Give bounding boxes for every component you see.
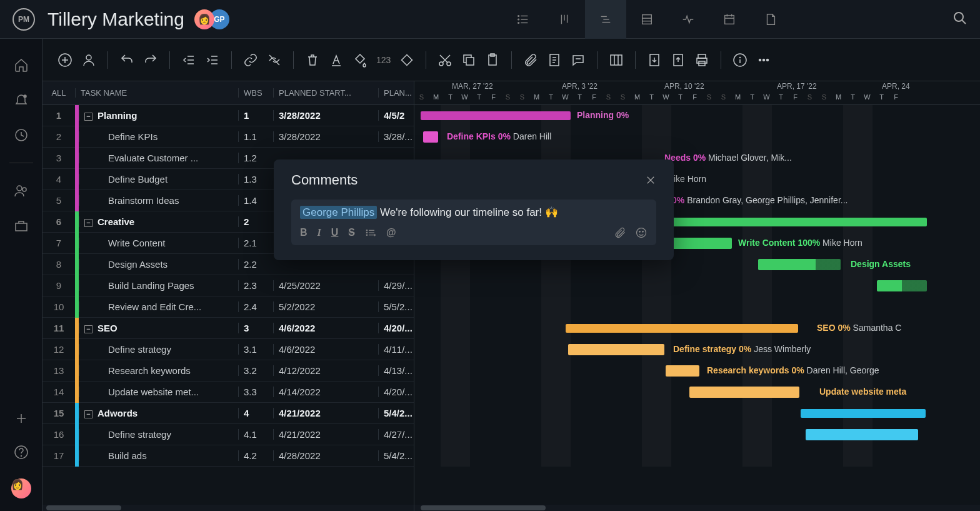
gantt-bar[interactable] (423, 131, 438, 143)
outdent-icon[interactable] (181, 53, 196, 68)
col-header-name[interactable]: TASK NAME (75, 88, 238, 98)
italic-icon[interactable]: I (318, 227, 321, 238)
delete-icon[interactable] (305, 53, 320, 68)
view-calendar-icon[interactable] (709, 0, 750, 39)
toolbar-numbering[interactable]: 123 (376, 55, 391, 65)
task-row[interactable]: 10 Review and Edit Cre... 2.4 5/2/2022 5… (42, 296, 414, 318)
comment-text[interactable]: George Phillips We're following our time… (300, 206, 648, 219)
toolbar-separator (635, 51, 636, 69)
columns-icon[interactable] (609, 53, 624, 68)
avatar-user-1[interactable]: 👩 (194, 9, 214, 29)
paste-icon[interactable] (485, 53, 500, 68)
task-row[interactable]: 15 −Adwords 4 4/21/2022 5/4/2... (42, 403, 414, 424)
mention-chip[interactable]: George Phillips (300, 206, 377, 219)
task-row[interactable]: 14 Update website met... 3.3 4/14/2022 4… (42, 382, 414, 403)
mention-icon[interactable]: @ (386, 227, 396, 238)
import-icon[interactable] (647, 53, 662, 68)
info-icon[interactable] (732, 53, 748, 68)
user-avatar-icon[interactable]: 👩 (11, 478, 31, 498)
svg-point-79 (637, 228, 646, 238)
search-icon[interactable] (952, 11, 968, 28)
undo-icon[interactable] (119, 53, 134, 68)
view-board-icon[interactable] (544, 0, 585, 39)
task-row[interactable]: 2 Define KPIs 1.1 3/28/2022 3/28/... (42, 126, 414, 148)
member-avatars[interactable]: 👩 GP (194, 9, 229, 29)
emoji-icon[interactable] (635, 226, 648, 239)
add-task-icon[interactable] (58, 53, 72, 68)
svg-point-77 (366, 232, 368, 233)
comment-icon[interactable] (571, 53, 586, 68)
gantt-bar[interactable] (664, 218, 927, 226)
task-row[interactable]: 11 −SEO 3 4/6/2022 4/20/... (42, 318, 414, 339)
attachment-icon[interactable] (523, 53, 538, 68)
list-format-icon[interactable] (365, 227, 376, 238)
gantt-bar[interactable] (877, 280, 927, 291)
strikethrough-icon[interactable]: S (348, 227, 355, 238)
comment-body: We're following our timeline so far! 🙌 (380, 206, 558, 218)
gantt-bar[interactable] (566, 324, 798, 333)
col-header-wbs[interactable]: WBS (238, 88, 273, 98)
col-header-all[interactable]: ALL (42, 88, 75, 98)
unlink-icon[interactable] (267, 53, 282, 68)
recent-icon[interactable] (14, 128, 29, 143)
gantt-bar[interactable] (806, 429, 918, 440)
svg-point-67 (740, 57, 741, 58)
indent-icon[interactable] (205, 53, 220, 68)
gantt-bar[interactable] (801, 409, 926, 418)
add-icon[interactable] (14, 411, 29, 426)
fill-color-icon[interactable] (352, 53, 368, 68)
gantt-bar[interactable] (568, 344, 664, 355)
svg-point-33 (86, 55, 91, 60)
view-gantt-icon[interactable] (585, 0, 626, 39)
task-row[interactable]: 13 Research keywords 3.2 4/12/2022 4/13/… (42, 360, 414, 382)
svg-point-19 (954, 13, 963, 21)
view-file-icon[interactable] (750, 0, 791, 39)
close-icon[interactable] (645, 175, 656, 186)
view-tabs (502, 0, 791, 39)
horizontal-scrollbar[interactable] (42, 505, 414, 511)
gantt-bar[interactable] (421, 111, 571, 120)
svg-point-4 (518, 19, 519, 20)
gantt-scrollbar[interactable] (414, 505, 980, 511)
task-row[interactable]: 17 Build ads 4.2 4/28/2022 5/4/2... (42, 445, 414, 467)
col-header-finish[interactable]: PLAN... (378, 88, 414, 98)
col-header-start[interactable]: PLANNED START... (273, 88, 378, 98)
cut-icon[interactable] (438, 53, 452, 68)
gantt-bar[interactable] (758, 259, 841, 270)
notes-icon[interactable] (547, 53, 562, 68)
home-icon[interactable] (14, 58, 29, 73)
task-row[interactable]: 12 Define strategy 3.1 4/6/2022 4/11/... (42, 339, 414, 360)
task-row[interactable]: 16 Define strategy 4.1 4/21/2022 4/27/..… (42, 424, 414, 445)
gantt-bar-label: Write Content 100% Mike Horn (738, 238, 862, 248)
team-icon[interactable] (14, 183, 29, 198)
bold-icon[interactable]: B (300, 227, 308, 238)
task-row[interactable]: 1 −Planning 1 3/28/2022 4/5/2 (42, 105, 414, 126)
app-logo[interactable]: PM (12, 8, 35, 31)
export-icon[interactable] (671, 53, 686, 68)
redo-icon[interactable] (143, 53, 158, 68)
notifications-icon[interactable] (14, 93, 29, 108)
gantt-bar[interactable] (689, 387, 799, 398)
toolbar-separator (169, 51, 170, 69)
comment-input[interactable]: George Phillips We're following our time… (291, 200, 656, 245)
help-icon[interactable] (14, 445, 29, 460)
copy-icon[interactable] (461, 53, 476, 68)
task-row[interactable]: 9 Build Landing Pages 2.3 4/25/2022 4/29… (42, 275, 414, 296)
briefcase-icon[interactable] (14, 218, 29, 233)
link-icon[interactable] (243, 53, 258, 68)
attach-file-icon[interactable] (614, 226, 626, 239)
gantt-bar[interactable] (664, 238, 732, 249)
view-activity-icon[interactable] (668, 0, 709, 39)
more-icon[interactable] (756, 53, 771, 68)
print-icon[interactable] (694, 53, 709, 68)
view-sheet-icon[interactable] (626, 0, 668, 39)
assign-icon[interactable] (81, 53, 96, 68)
underline-icon[interactable]: U (331, 227, 339, 238)
text-color-icon[interactable] (329, 53, 344, 68)
svg-rect-12 (642, 14, 652, 24)
gantt-bar[interactable] (666, 365, 699, 377)
svg-line-40 (269, 55, 279, 65)
gantt-bar-label: Design Assets (851, 259, 911, 269)
milestone-icon[interactable] (399, 53, 414, 68)
view-list-icon[interactable] (502, 0, 544, 39)
